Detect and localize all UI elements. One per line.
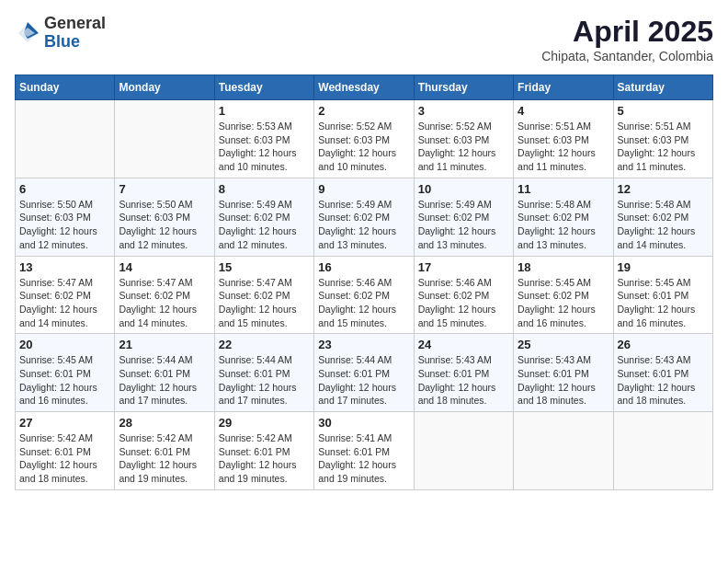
day-details: Sunrise: 5:52 AMSunset: 6:03 PMDaylight:… [318, 120, 409, 174]
calendar-cell: 25Sunrise: 5:43 AMSunset: 6:01 PMDayligh… [514, 334, 613, 412]
day-number: 24 [418, 338, 509, 351]
calendar-cell: 15Sunrise: 5:47 AMSunset: 6:02 PMDayligh… [214, 256, 313, 334]
calendar-header: Sunday Monday Tuesday Wednesday Thursday… [16, 75, 713, 100]
month-year-title: April 2025 [541, 15, 713, 49]
calendar-cell: 27Sunrise: 5:42 AMSunset: 6:01 PMDayligh… [16, 412, 115, 490]
location-subtitle: Chipata, Santander, Colombia [541, 49, 713, 63]
day-number: 12 [618, 182, 709, 196]
day-number: 2 [318, 104, 409, 118]
col-monday: Monday [115, 75, 214, 100]
day-details: Sunrise: 5:51 AMSunset: 6:03 PMDaylight:… [518, 120, 609, 174]
day-details: Sunrise: 5:46 AMSunset: 6:02 PMDaylight:… [418, 276, 509, 330]
title-area: April 2025 Chipata, Santander, Colombia [541, 15, 713, 63]
calendar-cell: 21Sunrise: 5:44 AMSunset: 6:01 PMDayligh… [115, 334, 214, 412]
day-number: 1 [219, 104, 310, 118]
day-details: Sunrise: 5:45 AMSunset: 6:01 PMDaylight:… [19, 353, 110, 408]
calendar-cell: 22Sunrise: 5:44 AMSunset: 6:01 PMDayligh… [214, 334, 313, 412]
day-number: 7 [119, 182, 210, 196]
calendar-cell: 8Sunrise: 5:49 AMSunset: 6:02 PMDaylight… [214, 178, 313, 256]
day-details: Sunrise: 5:44 AMSunset: 6:01 PMDaylight:… [119, 353, 210, 408]
calendar-cell: 11Sunrise: 5:48 AMSunset: 6:02 PMDayligh… [514, 178, 613, 256]
calendar-cell: 6Sunrise: 5:50 AMSunset: 6:03 PMDaylight… [16, 178, 115, 256]
day-details: Sunrise: 5:47 AMSunset: 6:02 PMDaylight:… [219, 276, 310, 330]
calendar-cell [115, 100, 214, 178]
day-number: 26 [618, 338, 709, 351]
calendar-cell [414, 412, 513, 490]
day-details: Sunrise: 5:49 AMSunset: 6:02 PMDaylight:… [418, 198, 509, 252]
calendar-cell: 4Sunrise: 5:51 AMSunset: 6:03 PMDaylight… [514, 100, 613, 178]
day-number: 14 [119, 260, 210, 274]
day-details: Sunrise: 5:43 AMSunset: 6:01 PMDaylight:… [518, 353, 609, 408]
logo-general-text: General [44, 15, 106, 33]
day-number: 20 [19, 338, 110, 351]
day-number: 8 [219, 182, 310, 196]
calendar-cell: 24Sunrise: 5:43 AMSunset: 6:01 PMDayligh… [414, 334, 513, 412]
logo: General Blue [15, 15, 106, 52]
col-tuesday: Tuesday [214, 75, 313, 100]
calendar-week-2: 6Sunrise: 5:50 AMSunset: 6:03 PMDaylight… [16, 178, 713, 256]
calendar-cell: 26Sunrise: 5:43 AMSunset: 6:01 PMDayligh… [613, 334, 712, 412]
calendar-cell: 1Sunrise: 5:53 AMSunset: 6:03 PMDaylight… [214, 100, 313, 178]
calendar-body: 1Sunrise: 5:53 AMSunset: 6:03 PMDaylight… [16, 100, 713, 490]
calendar-cell [16, 100, 115, 178]
day-number: 23 [318, 338, 409, 351]
day-number: 28 [119, 416, 210, 430]
day-details: Sunrise: 5:45 AMSunset: 6:02 PMDaylight:… [518, 276, 609, 330]
calendar-cell: 18Sunrise: 5:45 AMSunset: 6:02 PMDayligh… [514, 256, 613, 334]
day-number: 15 [219, 260, 310, 274]
day-number: 4 [518, 104, 609, 118]
day-number: 29 [219, 416, 310, 430]
calendar-cell [613, 412, 712, 490]
day-details: Sunrise: 5:50 AMSunset: 6:03 PMDaylight:… [19, 198, 110, 252]
day-number: 3 [418, 104, 509, 118]
day-number: 18 [518, 260, 609, 274]
calendar-cell: 28Sunrise: 5:42 AMSunset: 6:01 PMDayligh… [115, 412, 214, 490]
day-details: Sunrise: 5:44 AMSunset: 6:01 PMDaylight:… [219, 353, 310, 408]
day-details: Sunrise: 5:45 AMSunset: 6:01 PMDaylight:… [618, 276, 709, 330]
day-details: Sunrise: 5:47 AMSunset: 6:02 PMDaylight:… [119, 276, 210, 330]
day-details: Sunrise: 5:53 AMSunset: 6:03 PMDaylight:… [219, 120, 310, 174]
calendar-cell: 17Sunrise: 5:46 AMSunset: 6:02 PMDayligh… [414, 256, 513, 334]
day-number: 6 [19, 182, 110, 196]
day-details: Sunrise: 5:42 AMSunset: 6:01 PMDaylight:… [19, 431, 110, 486]
calendar-cell [514, 412, 613, 490]
day-details: Sunrise: 5:48 AMSunset: 6:02 PMDaylight:… [618, 198, 709, 252]
day-details: Sunrise: 5:50 AMSunset: 6:03 PMDaylight:… [119, 198, 210, 252]
day-number: 10 [418, 182, 509, 196]
col-wednesday: Wednesday [314, 75, 414, 100]
calendar-cell: 5Sunrise: 5:51 AMSunset: 6:03 PMDaylight… [613, 100, 712, 178]
col-thursday: Thursday [414, 75, 513, 100]
day-number: 25 [518, 338, 609, 351]
logo-text: General Blue [44, 15, 106, 52]
calendar-cell: 29Sunrise: 5:42 AMSunset: 6:01 PMDayligh… [214, 412, 313, 490]
day-details: Sunrise: 5:41 AMSunset: 6:01 PMDaylight:… [318, 431, 409, 486]
day-number: 13 [19, 260, 110, 274]
calendar-table: Sunday Monday Tuesday Wednesday Thursday… [15, 75, 713, 490]
day-details: Sunrise: 5:46 AMSunset: 6:02 PMDaylight:… [318, 276, 409, 330]
day-details: Sunrise: 5:52 AMSunset: 6:03 PMDaylight:… [418, 120, 509, 174]
day-details: Sunrise: 5:47 AMSunset: 6:02 PMDaylight:… [19, 276, 110, 330]
calendar-cell: 14Sunrise: 5:47 AMSunset: 6:02 PMDayligh… [115, 256, 214, 334]
calendar-cell: 12Sunrise: 5:48 AMSunset: 6:02 PMDayligh… [613, 178, 712, 256]
day-number: 19 [618, 260, 709, 274]
calendar-cell: 7Sunrise: 5:50 AMSunset: 6:03 PMDaylight… [115, 178, 214, 256]
logo-blue-text: Blue [44, 33, 106, 52]
day-details: Sunrise: 5:42 AMSunset: 6:01 PMDaylight:… [119, 431, 210, 486]
calendar-cell: 3Sunrise: 5:52 AMSunset: 6:03 PMDaylight… [414, 100, 513, 178]
calendar-cell: 20Sunrise: 5:45 AMSunset: 6:01 PMDayligh… [16, 334, 115, 412]
col-sunday: Sunday [16, 75, 115, 100]
day-number: 9 [318, 182, 409, 196]
calendar-week-1: 1Sunrise: 5:53 AMSunset: 6:03 PMDaylight… [16, 100, 713, 178]
day-details: Sunrise: 5:48 AMSunset: 6:02 PMDaylight:… [518, 198, 609, 252]
day-number: 17 [418, 260, 509, 274]
calendar-cell: 2Sunrise: 5:52 AMSunset: 6:03 PMDaylight… [314, 100, 414, 178]
header: General Blue April 2025 Chipata, Santand… [15, 15, 713, 63]
col-friday: Friday [514, 75, 613, 100]
day-number: 11 [518, 182, 609, 196]
calendar-week-5: 27Sunrise: 5:42 AMSunset: 6:01 PMDayligh… [16, 412, 713, 490]
calendar-cell: 9Sunrise: 5:49 AMSunset: 6:02 PMDaylight… [314, 178, 414, 256]
calendar-cell: 19Sunrise: 5:45 AMSunset: 6:01 PMDayligh… [613, 256, 712, 334]
day-number: 30 [318, 416, 409, 430]
calendar-cell: 13Sunrise: 5:47 AMSunset: 6:02 PMDayligh… [16, 256, 115, 334]
header-row: Sunday Monday Tuesday Wednesday Thursday… [16, 75, 713, 100]
